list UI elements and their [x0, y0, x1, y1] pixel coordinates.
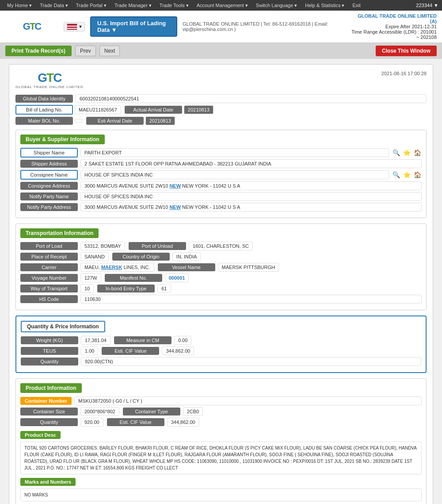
transport-row-2: Place of Receipt SANAND Country of Origi…	[20, 252, 422, 263]
container-number-value: MSKU3872050 ( G0 / L / CY )	[74, 396, 422, 405]
notify-party-name-row: Notify Party Name HOUSE OF SPICES INDIA …	[20, 192, 422, 201]
user-id[interactable]: 223344 ▼	[416, 3, 438, 8]
shipper-action-icons: 🔍 ⭐ 🏠	[392, 148, 422, 157]
in-bond-entry-value: 61	[157, 284, 171, 293]
consignee-address-value: 3000 MARCUS AVENUE SUITE 2W10 NEW NEW YO…	[80, 181, 422, 190]
container-type-label: Container Type	[123, 408, 180, 416]
account-info: GLOBAL TRADE ONLINE LIMITED (A) Expire A…	[350, 13, 437, 40]
carrier-label: Carrier	[20, 263, 78, 271]
voyage-number-value: 127W	[80, 273, 101, 282]
bill-of-lading-item: Bill of Lading No. MAEU211826567	[15, 105, 121, 115]
container-type-value: 2CB0	[183, 407, 203, 416]
container-size-label: Container Size	[20, 408, 78, 416]
product-esti-cif-label: Esti. CIF Value	[107, 418, 164, 426]
top-toolbar: Print Trade Record(s) Prev Next Close Th…	[0, 43, 442, 59]
vessel-name-label: Vessel Name	[158, 263, 215, 271]
prev-button-top[interactable]: Prev	[75, 46, 96, 56]
mater-bol-label: Mater BOL No.	[15, 117, 73, 125]
marks-value: NO MARKS	[20, 489, 422, 501]
star-icon-2[interactable]: ⭐	[402, 170, 411, 179]
notify-party-address-label: Notify Party Address	[20, 203, 78, 211]
nav-trade-data[interactable]: Trade Data ▾	[36, 2, 72, 9]
quantity-price-section: Quantity & Price Information Weight (KG)…	[15, 315, 427, 373]
port-of-unload-label: Port of Unload	[129, 242, 186, 250]
buyer-supplier-title: Buyer & Supplier Information	[20, 135, 105, 144]
card-header: GTC GLOBAL TRADE ONLINE LIMITED 2021-08-…	[15, 71, 427, 89]
marks-label: Marks and Numbers	[20, 478, 76, 486]
product-desc-text: TOTAL 920 CARTONS GROCERIES: BARLEY FLOU…	[20, 442, 422, 474]
weight-value: 17,381.04	[81, 336, 110, 345]
card-logo-subtitle: GLOBAL TRADE ONLINE LIMITED	[15, 85, 84, 89]
place-of-receipt-value: SANAND	[80, 252, 109, 261]
vessel-name-value: MAERSK PITTSBURGH	[218, 263, 279, 272]
shipper-address-label: Shipper Address	[20, 160, 78, 168]
nav-trade-manager[interactable]: Trade Manager ▾	[111, 2, 155, 9]
next-button-top[interactable]: Next	[99, 46, 120, 56]
notify-party-name-label: Notify Party Name	[20, 192, 78, 200]
voyage-number-label: Voyage Number	[20, 274, 78, 282]
nav-trade-tools[interactable]: Trade Tools ▾	[156, 2, 192, 9]
buyer-supplier-section: Buyer & Supplier Information Shipper Nam…	[15, 130, 427, 218]
teus-value: 1.00	[81, 346, 98, 355]
top-navigation: My Home ▾ Trade Data ▾ Trade Portal ▾ Tr…	[0, 0, 442, 11]
flag-selector[interactable]: ▾	[64, 22, 85, 31]
vessel-name-row: Vessel Name MAERSK PITTSBURGH	[158, 263, 279, 272]
main-content: GTC GLOBAL TRADE ONLINE LIMITED 2021-08-…	[0, 59, 442, 504]
place-of-receipt-row: Place of Receipt SANAND	[20, 252, 109, 261]
port-of-unload-value: 1601, CHARLESTON, SC	[189, 242, 253, 250]
toolbar-left: Print Trade Record(s) Prev Next	[5, 46, 120, 56]
esti-cif-qty-label: Esti. CIF Value	[102, 347, 159, 355]
search-icon-2[interactable]: 🔍	[392, 170, 400, 179]
global-data-identity-value: 6003202108140000522541	[76, 94, 427, 103]
port-of-unload-row: Port of Unload 1601, CHARLESTON, SC	[129, 242, 253, 250]
way-of-transport-value: 10	[80, 284, 94, 293]
teus-row: TEUS 1.00	[21, 346, 98, 355]
nav-account-management[interactable]: Account Management ▾	[193, 2, 251, 9]
esti-cif-qty-row: Esti. CIF Value 344,862.00	[102, 346, 194, 355]
mater-bol-item: Mater BOL No.	[15, 116, 83, 125]
nav-help-statistics[interactable]: Help & Statistics ▾	[301, 2, 348, 9]
shipper-name-label: Shipper Name	[20, 148, 78, 158]
title-dropdown[interactable]: U.S. Import Bill of Lading Data ▼	[90, 16, 177, 37]
home-icon[interactable]: 🏠	[413, 148, 422, 157]
manifest-no-label: Manifest No.	[105, 274, 162, 282]
nav-exit[interactable]: Exit	[349, 2, 364, 9]
esti-cif-qty-value: 344,862.00	[162, 346, 194, 355]
container-number-row: Container Number MSKU3872050 ( G0 / L / …	[20, 396, 422, 405]
chevron-down-icon: ▾	[79, 23, 82, 30]
consignee-name-row: Consignee Name HOUSE OF SPICES INDIA INC…	[20, 170, 422, 180]
star-icon[interactable]: ⭐	[402, 148, 411, 157]
shipper-address-value: 2 SAKET ESTATE 1ST FLOOR OPP RATNA AHMED…	[80, 159, 422, 168]
transportation-title: Transportation Information	[20, 228, 99, 238]
manifest-no-value: 000001	[165, 273, 189, 282]
notify-party-name-value: HOUSE OF SPICES INDIA INC	[80, 192, 422, 201]
transport-row-1: Port of Load 53312, BOMBAY Port of Unloa…	[20, 242, 422, 252]
home-icon-2[interactable]: 🏠	[413, 170, 422, 179]
print-button-top[interactable]: Print Trade Record(s)	[5, 46, 72, 56]
measure-label: Measure in CM	[114, 336, 171, 344]
time-range: Time Range Accessible (LDR) : 201001 ~ 2…	[350, 29, 437, 40]
qty-row-1: Weight (KG) 17,381.04 Measure in CM 0.00	[21, 336, 421, 346]
esti-arrival-label: Esti Arrival Date	[86, 117, 144, 125]
global-data-identity-label: Global Data Identity	[15, 95, 73, 103]
qty-row-2: TEUS 1.00 Esti. CIF Value 344,862.00	[21, 346, 421, 357]
consignee-name-label: Consignee Name	[20, 170, 78, 180]
mater-bol-row: Mater BOL No. Esti Arrival Date 20210813	[15, 116, 427, 125]
container-number-button[interactable]: Container Number	[20, 397, 72, 405]
nav-switch-language[interactable]: Switch Language ▾	[252, 2, 301, 9]
nav-trade-portal[interactable]: Trade Portal ▾	[72, 2, 110, 9]
country-of-origin-row: Country of Origin IN, INDIA	[112, 252, 201, 261]
bol-label: Bill of Lading No.	[15, 105, 73, 115]
search-icon[interactable]: 🔍	[392, 148, 400, 157]
actual-arrival-label: Actual Arrival Date	[125, 106, 182, 114]
hs-code-label: HS Code	[20, 295, 78, 303]
card-timestamp: 2021-08-16 17:00:28	[381, 71, 427, 76]
carrier-value: MAEU, MAERSK LINES, INC.	[80, 263, 154, 272]
close-button-top[interactable]: Close This Window	[376, 46, 437, 56]
actual-arrival-value: 20210813	[184, 105, 213, 114]
consignee-action-icons: 🔍 ⭐ 🏠	[392, 170, 422, 179]
card-logo: GTC GLOBAL TRADE ONLINE LIMITED	[15, 71, 84, 89]
product-esti-cif-item: Esti. CIF Value 344,862.00	[107, 418, 199, 427]
nav-my-home[interactable]: My Home ▾	[4, 2, 35, 9]
mater-bol-value	[75, 119, 83, 123]
